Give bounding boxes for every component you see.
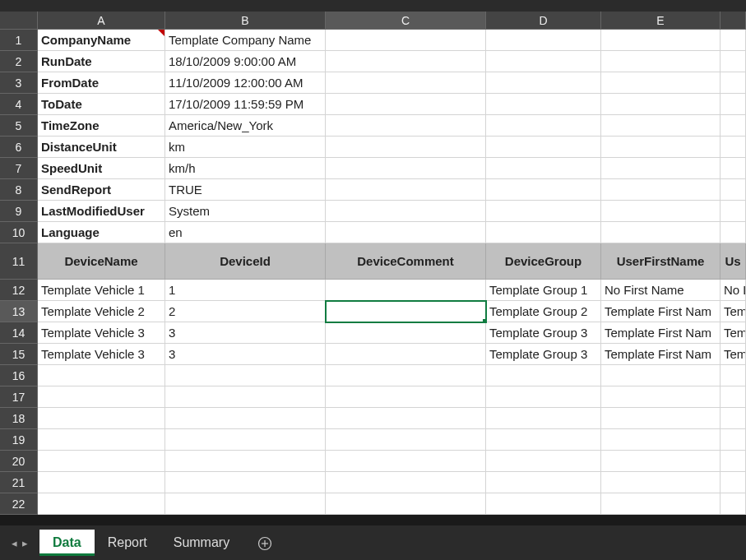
param-key[interactable]: SendReport xyxy=(38,179,165,201)
param-value[interactable]: 17/10/2009 11:59:59 PM xyxy=(165,94,326,115)
col-header-C[interactable]: C xyxy=(326,12,486,29)
param-value[interactable]: 11/10/2009 12:00:00 AM xyxy=(165,72,326,94)
sheet-tab-data[interactable]: Data xyxy=(39,530,95,556)
param-key[interactable]: Language xyxy=(38,222,165,243)
cell[interactable] xyxy=(721,386,746,408)
sheet-tab-report[interactable]: Report xyxy=(95,530,160,556)
cell[interactable]: 3 xyxy=(165,344,326,365)
param-value[interactable]: System xyxy=(165,201,326,222)
cell[interactable] xyxy=(601,472,721,493)
cell[interactable] xyxy=(721,94,746,115)
param-value[interactable]: km/h xyxy=(165,158,326,179)
cell[interactable] xyxy=(326,158,486,179)
cell[interactable]: Template First Nam xyxy=(601,344,721,365)
cell[interactable] xyxy=(486,30,601,51)
cell[interactable] xyxy=(38,408,165,429)
cell[interactable] xyxy=(486,72,601,94)
cell[interactable] xyxy=(486,158,601,179)
cell[interactable] xyxy=(486,179,601,201)
cell[interactable] xyxy=(486,408,601,429)
cell[interactable] xyxy=(721,51,746,72)
row-header[interactable]: 9 xyxy=(0,201,38,222)
row-header[interactable]: 7 xyxy=(0,158,38,179)
cell[interactable] xyxy=(38,429,165,451)
param-value[interactable]: en xyxy=(165,222,326,243)
table-header-C[interactable]: DeviceComment xyxy=(326,243,486,280)
cell[interactable] xyxy=(601,179,721,201)
table-header-E[interactable]: UserFirstName xyxy=(601,243,721,280)
cell[interactable] xyxy=(326,51,486,72)
row-header[interactable]: 12 xyxy=(0,280,38,301)
cell[interactable] xyxy=(165,493,326,515)
cell[interactable] xyxy=(721,30,746,51)
spreadsheet-grid[interactable]: 1CompanyNameTemplate Company Name2RunDat… xyxy=(0,30,746,515)
cell[interactable] xyxy=(601,493,721,515)
add-sheet-button[interactable] xyxy=(253,530,277,556)
cell[interactable] xyxy=(601,408,721,429)
cell[interactable] xyxy=(165,408,326,429)
cell[interactable] xyxy=(165,365,326,386)
cell[interactable] xyxy=(326,472,486,493)
sheet-tab-summary[interactable]: Summary xyxy=(160,530,243,556)
row-header[interactable]: 10 xyxy=(0,222,38,243)
cell[interactable] xyxy=(601,30,721,51)
row-header[interactable]: 2 xyxy=(0,51,38,72)
row-header[interactable]: 18 xyxy=(0,408,38,429)
cell[interactable] xyxy=(486,201,601,222)
cell[interactable]: Template First Nam xyxy=(601,301,721,322)
cell[interactable] xyxy=(721,493,746,515)
cell[interactable]: No First Name xyxy=(601,280,721,301)
param-key[interactable]: TimeZone xyxy=(38,115,165,137)
cell[interactable] xyxy=(326,30,486,51)
cell[interactable] xyxy=(721,365,746,386)
cell[interactable] xyxy=(721,451,746,472)
cell[interactable] xyxy=(601,222,721,243)
cell[interactable] xyxy=(486,365,601,386)
cell[interactable] xyxy=(486,115,601,137)
param-value[interactable]: 18/10/2009 9:00:00 AM xyxy=(165,51,326,72)
cell[interactable] xyxy=(721,115,746,137)
cell[interactable] xyxy=(721,137,746,158)
param-key[interactable]: FromDate xyxy=(38,72,165,94)
cell[interactable] xyxy=(486,493,601,515)
cell[interactable] xyxy=(326,301,486,322)
row-header[interactable]: 14 xyxy=(0,322,38,344)
cell[interactable] xyxy=(326,408,486,429)
cell[interactable] xyxy=(721,472,746,493)
row-header[interactable]: 22 xyxy=(0,493,38,515)
cell[interactable]: Template Vehicle 2 xyxy=(38,301,165,322)
row-header[interactable]: 21 xyxy=(0,472,38,493)
cell[interactable] xyxy=(38,493,165,515)
row-header[interactable]: 5 xyxy=(0,115,38,137)
row-header[interactable]: 11 xyxy=(0,243,38,280)
cell[interactable] xyxy=(486,222,601,243)
cell[interactable] xyxy=(326,322,486,344)
cell[interactable] xyxy=(326,365,486,386)
cell[interactable] xyxy=(326,344,486,365)
cell[interactable] xyxy=(486,472,601,493)
cell[interactable] xyxy=(326,386,486,408)
cell[interactable] xyxy=(601,158,721,179)
row-header[interactable]: 17 xyxy=(0,386,38,408)
table-header-B[interactable]: DeviceId xyxy=(165,243,326,280)
cell[interactable]: Tem xyxy=(721,301,746,322)
cell[interactable] xyxy=(165,451,326,472)
cell[interactable] xyxy=(326,72,486,94)
cell[interactable] xyxy=(721,179,746,201)
cell[interactable] xyxy=(326,115,486,137)
table-header-A[interactable]: DeviceName xyxy=(38,243,165,280)
cell[interactable] xyxy=(721,201,746,222)
tab-scroll-prev-icon[interactable]: ◂ xyxy=(12,537,17,549)
cell[interactable]: Template First Nam xyxy=(601,322,721,344)
cell[interactable]: 3 xyxy=(165,322,326,344)
param-key[interactable]: DistanceUnit xyxy=(38,137,165,158)
cell[interactable]: Template Group 1 xyxy=(486,280,601,301)
row-header[interactable]: 19 xyxy=(0,429,38,451)
cell[interactable]: Template Group 2 xyxy=(486,301,601,322)
col-header-E[interactable]: E xyxy=(601,12,721,29)
col-header-F[interactable] xyxy=(721,12,746,29)
table-header-D[interactable]: DeviceGroup xyxy=(486,243,601,280)
cell[interactable] xyxy=(38,451,165,472)
cell[interactable] xyxy=(165,472,326,493)
cell[interactable] xyxy=(326,94,486,115)
